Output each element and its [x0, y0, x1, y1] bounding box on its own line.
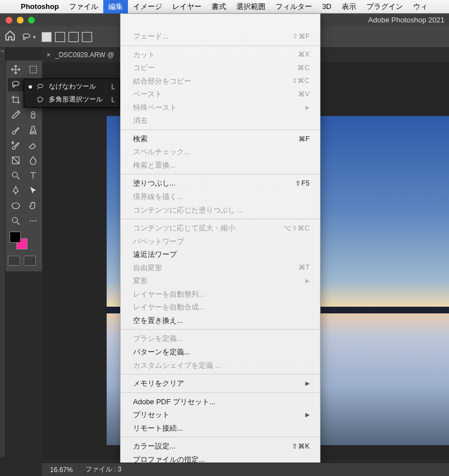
- type-tool-icon[interactable]: [25, 169, 41, 182]
- gradient-tool-icon[interactable]: [8, 154, 24, 167]
- pen-tool-icon[interactable]: [8, 184, 24, 197]
- home-icon[interactable]: [4, 30, 16, 44]
- svg-point-7: [12, 172, 17, 177]
- selection-subtract-icon[interactable]: [68, 32, 79, 42]
- menu-item-label: ブラシを定義...: [133, 334, 183, 344]
- crop-tool-icon[interactable]: [8, 93, 24, 107]
- edit-menu-dropdown: フェード...⇧⌘Fカット⌘Xコピー⌘C結合部分をコピー⇧⌘Cペースト⌘V特殊ペ…: [120, 13, 320, 476]
- status-zoom[interactable]: 16.67%: [50, 466, 73, 474]
- menubar-app[interactable]: Photoshop: [16, 0, 64, 13]
- menu-item-label: 検索と置換...: [133, 160, 176, 170]
- menu-item: スペルチェック...: [121, 145, 320, 159]
- menu-item[interactable]: Adobe PDF プリセット...: [121, 395, 320, 409]
- flyout-item-lasso[interactable]: なげなわツール L: [24, 80, 120, 93]
- eyedropper-tool-icon[interactable]: [8, 108, 24, 122]
- tab-close-button[interactable]: ×: [47, 51, 51, 59]
- menu-item: フェード...⇧⌘F: [121, 30, 320, 43]
- document-tab-label[interactable]: _DSC0928.ARW @: [55, 51, 114, 59]
- svg-point-0: [23, 34, 30, 38]
- menu-item-shortcut: ⌥⇧⌘C: [283, 224, 310, 233]
- window-title: Adobe Photoshop 2021: [368, 16, 445, 24]
- menu-item-label: パペットワープ: [133, 237, 184, 247]
- menubar-window[interactable]: ウィ: [408, 0, 433, 13]
- menu-item-shortcut: ⇧F5: [295, 179, 310, 188]
- dock-chevron-icon: ‹‹: [0, 48, 5, 54]
- menu-item: コンテンツに応じた塗りつぶし ...: [121, 204, 320, 217]
- flyout-active-bullet-icon: [29, 85, 32, 89]
- move-tool-icon[interactable]: [8, 63, 24, 76]
- menu-item-shortcut: ⇧⌘K: [292, 442, 310, 451]
- lasso-tool-flyout: なげなわツール L 多角形選択ツール L: [24, 78, 120, 108]
- menubar-image[interactable]: イメージ: [128, 0, 167, 13]
- menu-item[interactable]: カラー設定...⇧⌘K: [121, 440, 320, 453]
- svg-point-2: [12, 81, 19, 86]
- menubar-select[interactable]: 選択範囲: [231, 0, 271, 13]
- submenu-arrow-icon: ▶: [305, 411, 310, 419]
- screen-mode-button[interactable]: [24, 256, 36, 266]
- svg-point-9: [12, 218, 17, 223]
- menubar-type[interactable]: 書式: [207, 0, 231, 13]
- menu-item[interactable]: 遠近法ワープ: [121, 248, 320, 261]
- lasso-tool-icon[interactable]: [8, 78, 24, 91]
- hand-tool-icon[interactable]: [25, 199, 41, 212]
- brush-tool-icon[interactable]: [8, 123, 24, 137]
- menubar-layer[interactable]: レイヤー: [167, 0, 207, 13]
- eraser-tool-icon[interactable]: [25, 138, 41, 152]
- menu-item-label: 塗りつぶし...: [133, 178, 176, 188]
- tool-preset-lasso-icon[interactable]: ▾: [21, 32, 36, 42]
- marquee-tool-icon[interactable]: [25, 63, 41, 76]
- blur-tool-icon[interactable]: [25, 154, 41, 167]
- menubar-file[interactable]: ファイル: [64, 0, 103, 13]
- menubar-view[interactable]: 表示: [337, 0, 361, 13]
- selection-new-icon[interactable]: [42, 32, 52, 42]
- menubar-plugin[interactable]: プラグイン: [361, 0, 408, 13]
- color-swatches[interactable]: [8, 232, 41, 251]
- menu-item-label: フェード...: [133, 31, 168, 41]
- zoom-window-button[interactable]: [28, 17, 35, 24]
- submenu-arrow-icon: ▶: [305, 277, 310, 285]
- dodge-tool-icon[interactable]: [8, 169, 24, 182]
- collapsed-panel-dock[interactable]: ‹‹: [0, 48, 6, 457]
- shape-tool-icon[interactable]: [8, 199, 24, 212]
- healing-tool-icon[interactable]: [25, 108, 41, 122]
- flyout-spacer: [29, 98, 32, 101]
- menu-item[interactable]: 塗りつぶし...⇧F5: [121, 177, 320, 190]
- menu-item[interactable]: パターンを定義...: [121, 345, 320, 359]
- menu-item[interactable]: 空を置き換え...: [121, 314, 320, 327]
- menu-item-label: コンテンツに応じて拡大・縮小: [133, 223, 235, 233]
- flyout-item-shortcut: L: [111, 83, 115, 91]
- zoom-tool-icon[interactable]: [8, 214, 24, 228]
- menu-item: 消去: [121, 114, 320, 127]
- menu-separator: [121, 374, 320, 375]
- menu-item[interactable]: 検索⌘F: [121, 132, 320, 146]
- menubar-filter[interactable]: フィルター: [271, 0, 317, 13]
- selection-add-icon[interactable]: [55, 32, 65, 42]
- minimize-window-button[interactable]: [17, 17, 24, 24]
- quick-mask-button[interactable]: [8, 256, 20, 266]
- menu-separator: [121, 329, 320, 330]
- menu-item[interactable]: プリセット▶: [121, 408, 320, 422]
- menu-item[interactable]: メモリをクリア▶: [121, 377, 320, 390]
- stamp-tool-icon[interactable]: [25, 123, 41, 137]
- menu-item-label: コンテンツに応じた塗りつぶし ...: [133, 205, 243, 215]
- menu-item: レイヤーを自動合成...: [121, 301, 320, 314]
- foreground-color-swatch[interactable]: [10, 232, 21, 243]
- selection-mode-group: [42, 32, 92, 42]
- menu-item[interactable]: リモート接続...: [121, 422, 320, 435]
- close-window-button[interactable]: [6, 17, 12, 24]
- flyout-item-label: なげなわツール: [49, 82, 96, 91]
- menubar-3d[interactable]: 3D: [317, 0, 337, 13]
- menu-item-label: 境界線を描く...: [133, 192, 183, 202]
- status-file[interactable]: ファイル : 3: [85, 465, 122, 474]
- path-select-tool-icon[interactable]: [25, 184, 41, 197]
- status-bar: 16.67% ファイル : 3: [42, 463, 449, 476]
- menu-item: コンテンツに応じて拡大・縮小⌥⇧⌘C: [121, 221, 320, 235]
- menu-item: カスタムシェイプを定義 ...: [121, 359, 320, 372]
- selection-intersect-icon[interactable]: [82, 32, 92, 42]
- edit-toolbar-icon[interactable]: ⋯: [25, 214, 41, 228]
- menu-item: レイヤーを自動整列...: [121, 288, 320, 301]
- menubar-edit[interactable]: 編集: [103, 0, 128, 13]
- menu-item-label: メモリをクリア: [133, 378, 184, 389]
- history-brush-tool-icon[interactable]: [8, 138, 24, 152]
- flyout-item-polygonal[interactable]: 多角形選択ツール L: [24, 93, 120, 106]
